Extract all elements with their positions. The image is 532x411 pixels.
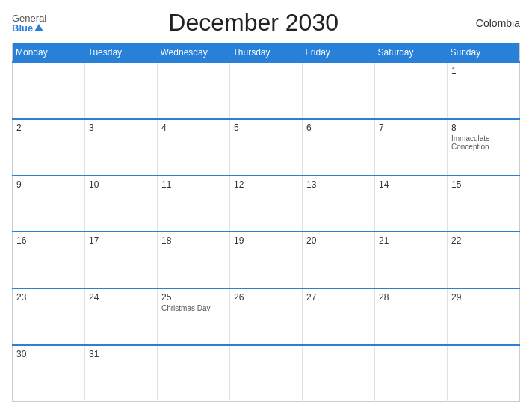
calendar-cell: 28 [375, 288, 448, 345]
col-header-wednesday: Wednesday [158, 43, 230, 63]
col-header-tuesday: Tuesday [85, 43, 158, 63]
col-header-saturday: Saturday [375, 43, 448, 63]
calendar-cell: 20 [303, 232, 375, 288]
calendar-cell: 2 [13, 119, 85, 176]
day-number: 17 [89, 235, 153, 246]
day-number: 16 [16, 235, 81, 246]
calendar-header: Monday Tuesday Wednesday Thursday Friday… [13, 43, 520, 63]
holiday-label: Christmas Day [161, 304, 226, 312]
calendar-cell: 6 [303, 119, 375, 176]
calendar-cell: 25Christmas Day [158, 288, 230, 345]
calendar-cell: 9 [13, 176, 85, 232]
page: General Blue December 2030 Colombia Mond… [0, 0, 532, 411]
day-number: 22 [451, 235, 516, 246]
calendar-cell [448, 345, 520, 402]
calendar-cell: 22 [448, 232, 520, 288]
calendar-week-row: 232425Christmas Day26272829 [13, 288, 520, 345]
calendar-title: December 2030 [46, 9, 460, 37]
day-number: 18 [161, 235, 226, 246]
calendar-cell [13, 62, 85, 119]
day-number: 23 [16, 292, 81, 303]
calendar-cell: 31 [85, 345, 158, 402]
calendar-cell: 24 [85, 288, 158, 345]
day-number: 9 [16, 179, 81, 190]
holiday-label: Immaculate Conception [451, 135, 516, 151]
calendar-cell: 4 [158, 119, 230, 176]
days-of-week-row: Monday Tuesday Wednesday Thursday Friday… [13, 43, 520, 63]
calendar-cell: 21 [375, 232, 448, 288]
calendar-cell [303, 345, 375, 402]
calendar-week-row: 2345678Immaculate Conception [13, 119, 520, 176]
calendar-cell: 27 [303, 288, 375, 345]
day-number: 20 [306, 235, 371, 246]
day-number: 7 [379, 123, 443, 133]
day-number: 21 [379, 235, 443, 246]
day-number: 6 [306, 123, 371, 133]
day-number: 30 [16, 349, 81, 359]
day-number: 27 [306, 292, 371, 303]
day-number: 10 [89, 179, 153, 190]
calendar-table: Monday Tuesday Wednesday Thursday Friday… [12, 43, 520, 402]
calendar-week-row: 1 [13, 62, 520, 119]
calendar-cell: 13 [303, 176, 375, 232]
logo-blue-text: Blue [12, 23, 33, 33]
day-number: 1 [451, 66, 516, 76]
calendar-cell: 16 [13, 232, 85, 288]
logo-triangle-icon [34, 24, 43, 31]
calendar-cell [230, 345, 303, 402]
day-number: 5 [234, 123, 298, 133]
day-number: 2 [16, 123, 81, 133]
col-header-sunday: Sunday [448, 43, 520, 63]
calendar-cell [85, 62, 158, 119]
calendar-cell [158, 62, 230, 119]
calendar-cell: 18 [158, 232, 230, 288]
day-number: 8 [451, 123, 516, 133]
day-number: 25 [161, 292, 226, 303]
calendar-cell: 3 [85, 119, 158, 176]
day-number: 15 [451, 179, 516, 190]
calendar-week-row: 16171819202122 [13, 232, 520, 288]
calendar-cell [375, 62, 448, 119]
day-number: 14 [379, 179, 443, 190]
calendar-cell: 14 [375, 176, 448, 232]
calendar-cell [303, 62, 375, 119]
calendar-cell: 12 [230, 176, 303, 232]
calendar-week-row: 3031 [13, 345, 520, 402]
day-number: 13 [306, 179, 371, 190]
calendar-cell: 17 [85, 232, 158, 288]
day-number: 29 [451, 292, 516, 303]
day-number: 11 [161, 179, 226, 190]
col-header-monday: Monday [13, 43, 85, 63]
day-number: 3 [89, 123, 153, 133]
day-number: 31 [89, 349, 153, 359]
day-number: 28 [379, 292, 443, 303]
country-label: Colombia [460, 17, 520, 29]
col-header-thursday: Thursday [230, 43, 303, 63]
calendar-cell: 30 [13, 345, 85, 402]
day-number: 12 [234, 179, 298, 190]
calendar-week-row: 9101112131415 [13, 176, 520, 232]
day-number: 24 [89, 292, 153, 303]
day-number: 19 [234, 235, 298, 246]
day-number: 26 [234, 292, 298, 303]
calendar-cell: 8Immaculate Conception [448, 119, 520, 176]
logo: General Blue [12, 13, 46, 33]
logo-general-text: General [12, 13, 46, 23]
calendar-body: 12345678Immaculate Conception91011121314… [13, 62, 520, 402]
col-header-friday: Friday [303, 43, 375, 63]
calendar-cell: 26 [230, 288, 303, 345]
calendar-cell: 19 [230, 232, 303, 288]
calendar-cell: 10 [85, 176, 158, 232]
calendar-cell: 23 [13, 288, 85, 345]
calendar-cell: 7 [375, 119, 448, 176]
calendar-cell: 11 [158, 176, 230, 232]
calendar-cell: 5 [230, 119, 303, 176]
calendar-cell [375, 345, 448, 402]
header: General Blue December 2030 Colombia [12, 9, 520, 37]
calendar-cell [230, 62, 303, 119]
calendar-cell [158, 345, 230, 402]
calendar-cell: 29 [448, 288, 520, 345]
day-number: 4 [161, 123, 226, 133]
calendar-cell: 1 [448, 62, 520, 119]
calendar-cell: 15 [448, 176, 520, 232]
